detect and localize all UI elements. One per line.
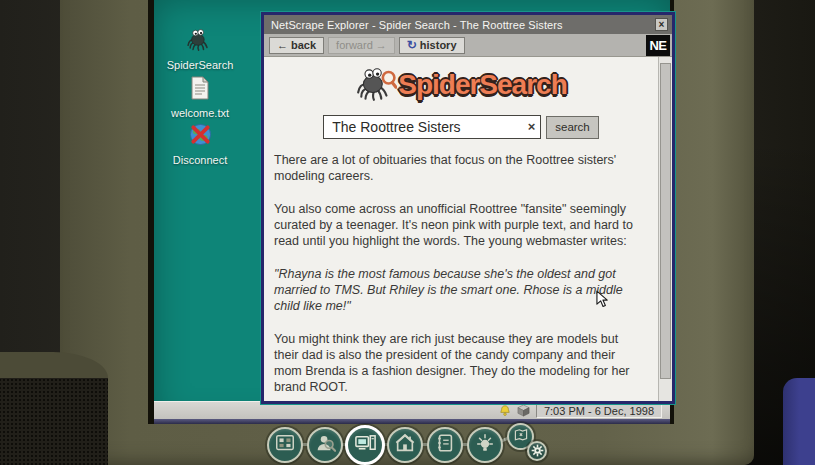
desktop-icon-label: SpiderSearch — [167, 59, 234, 71]
map-icon — [513, 427, 529, 447]
screen-edge — [154, 419, 670, 424]
search-results-text: There are a lot of obituaries that focus… — [264, 139, 658, 401]
text-file-icon — [190, 76, 210, 104]
desktop: SpiderSearch welcome.txt — [154, 0, 670, 424]
spider-logo-icon — [355, 64, 397, 106]
forward-button[interactable]: forward → — [328, 37, 395, 54]
dock-notebook-button[interactable] — [427, 427, 463, 463]
desktop-icon-disconnect[interactable]: Disconnect — [158, 122, 242, 166]
dock-evidence-board-button[interactable] — [267, 427, 303, 463]
chair — [0, 352, 108, 465]
back-arrow-icon: ← — [277, 39, 288, 51]
scrollbar-track[interactable] — [658, 57, 672, 401]
browser-toolbar: ← back forward → ↻ history NE — [264, 34, 672, 57]
spidersearch-wordmark: SpiderSearch — [398, 69, 567, 101]
notification-bell-icon[interactable] — [499, 404, 511, 417]
game-scene: SpiderSearch welcome.txt — [0, 0, 815, 465]
desktop-icon-spidersearch[interactable]: SpiderSearch — [158, 26, 242, 71]
globe-x-icon — [188, 122, 213, 151]
back-button[interactable]: ← back — [269, 37, 324, 54]
forward-arrow-icon: → — [376, 39, 387, 51]
scrollbar-thumb[interactable] — [660, 63, 671, 379]
hint-bulb-icon — [474, 432, 496, 458]
dock-settings-button[interactable] — [527, 441, 547, 461]
notebook-icon — [434, 432, 456, 458]
close-button[interactable]: × — [655, 18, 668, 31]
desktop-icon-label: welcome.txt — [171, 107, 229, 119]
spidersearch-logo: SpiderSearch — [264, 64, 658, 106]
clear-search-icon[interactable]: × — [528, 119, 536, 134]
desk-object — [783, 378, 815, 465]
webmaster-quote: "Rhayna is the most famous because she's… — [274, 266, 634, 314]
paragraph: You also come across an unofficial Roott… — [274, 201, 634, 249]
dock-home-button[interactable] — [387, 427, 423, 463]
desktop-icon-label: Disconnect — [173, 154, 227, 166]
netscrape-logo: NE — [646, 35, 670, 56]
people-search-icon — [314, 432, 336, 458]
window-titlebar[interactable]: NetScrape Explorer - Spider Search - The… — [264, 15, 672, 34]
settings-gear-icon — [531, 444, 544, 459]
mouse-cursor — [596, 290, 611, 313]
home-icon — [394, 432, 416, 458]
clock: 7:03 PM - 6 Dec, 1998 — [536, 404, 662, 418]
search-box: × — [323, 115, 541, 139]
dock-hint-bulb-button[interactable] — [467, 427, 503, 463]
desktop-icon-welcome-txt[interactable]: welcome.txt — [158, 76, 242, 119]
window-title: NetScrape Explorer - Spider Search - The… — [271, 19, 655, 31]
paragraph: There are a lot of obituaries that focus… — [274, 152, 634, 184]
spider-icon — [186, 26, 214, 56]
search-row: × search — [264, 115, 658, 139]
history-button[interactable]: ↻ history — [399, 37, 465, 54]
history-icon: ↻ — [407, 38, 417, 52]
search-input[interactable] — [324, 116, 540, 138]
evidence-board-icon — [274, 432, 296, 458]
dock-people-search-button[interactable] — [307, 427, 343, 463]
browser-window: NetScrape Explorer - Spider Search - The… — [261, 12, 675, 404]
monitor-screen: SpiderSearch welcome.txt — [148, 0, 674, 424]
paragraph: You might think they are rich just becau… — [274, 331, 634, 395]
search-button[interactable]: search — [546, 116, 599, 139]
dock-computer-button[interactable] — [345, 425, 385, 465]
page-content: SpiderSearch × search There are a lot — [264, 57, 672, 401]
package-cube-icon[interactable] — [517, 404, 530, 417]
computer-icon — [354, 432, 377, 459]
